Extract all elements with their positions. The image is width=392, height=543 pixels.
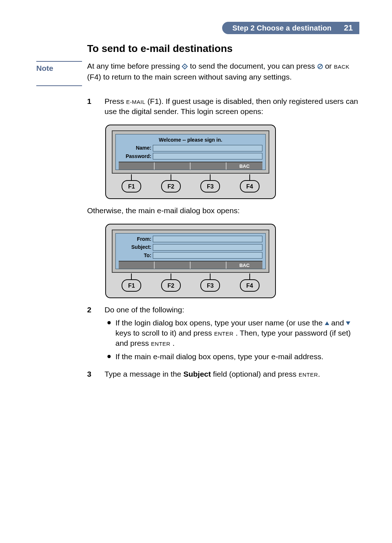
step-text: Press E-Mail (F1). If guest usage is dis… — [105, 96, 359, 116]
note-text: At any time before pressing — [87, 62, 182, 70]
note-text: or — [325, 62, 334, 70]
enter-smallcaps: Enter — [299, 370, 318, 378]
fkey-row: F1 F2 F3 F4 — [112, 279, 269, 292]
step-1: 1 Press E-Mail (F1). If guest usage is d… — [87, 96, 359, 116]
screen-bezel: From: Subject: To: — [112, 230, 269, 273]
name-row: Name: — [119, 145, 262, 151]
login-screen: Welcome -- please sign in. Name: Passwor… — [115, 134, 266, 170]
f2-key[interactable]: F2 — [161, 180, 181, 193]
fkey-label: F2 — [167, 183, 174, 190]
text: and — [331, 319, 346, 327]
email-smallcaps: E-Mail — [126, 97, 146, 105]
from-row: From: — [119, 236, 262, 242]
softkey-slot — [119, 262, 155, 269]
step-text: Type a message in the Subject field (opt… — [105, 369, 359, 379]
f3-key[interactable]: F3 — [200, 180, 220, 193]
enter-smallcaps: Enter — [214, 329, 233, 337]
header-pill: Step 2 Choose a destination 21 — [222, 22, 359, 34]
device-wrap: Welcome -- please sign in. Name: Passwor… — [87, 125, 359, 199]
note-text: to return to the main screen without sav… — [103, 73, 291, 81]
step-number: 3 — [87, 369, 102, 379]
to-field[interactable] — [153, 252, 262, 259]
text: . — [318, 370, 320, 378]
from-field[interactable] — [153, 236, 262, 242]
email-screen: From: Subject: To: — [115, 233, 266, 269]
note-text: (F4) — [87, 73, 101, 81]
note-body: At any time before pressing to send the … — [87, 61, 359, 82]
f4-key[interactable]: F4 — [240, 279, 260, 292]
f1-key[interactable]: F1 — [122, 279, 141, 292]
text: Do one of the following: — [105, 305, 184, 314]
text: If the main e-mail dialog box opens, typ… — [115, 352, 323, 361]
bullet-list: If the login dialog box opens, type your… — [105, 318, 359, 362]
softkey-back: BAC — [226, 262, 262, 269]
enter-smallcaps: Enter — [151, 339, 170, 347]
password-row: Password: — [119, 153, 262, 159]
login-device-panel: Welcome -- please sign in. Name: Passwor… — [105, 125, 276, 199]
from-label: From: — [119, 236, 151, 242]
email-device-panel: From: Subject: To: — [105, 224, 276, 298]
page-number: 21 — [344, 23, 353, 33]
name-label: Name: — [119, 145, 151, 151]
back-smallcaps: Back — [334, 62, 350, 70]
step-2: 2 Do one of the following: If the login … — [87, 305, 359, 365]
page-header: Step 2 Choose a destination 21 — [36, 22, 359, 34]
softkey-slot — [155, 262, 191, 269]
name-field[interactable] — [153, 145, 262, 151]
note-rule-bottom — [36, 85, 82, 86]
bullet-2: If the main e-mail dialog box opens, typ… — [115, 352, 359, 362]
note-label-wrap: Note — [36, 61, 87, 73]
device-wrap: From: Subject: To: — [87, 224, 359, 298]
screen-bezel: Welcome -- please sign in. Name: Passwor… — [112, 130, 269, 174]
numbered-steps: 1 Press E-Mail (F1). If guest usage is d… — [87, 96, 359, 116]
bullet-1: If the login dialog box opens, type your… — [115, 318, 359, 348]
subject-field[interactable] — [153, 244, 262, 251]
text: (F1) — [146, 97, 162, 105]
note-text: to send the document, you can press — [190, 62, 317, 70]
after-login-text: Otherwise, the main e-mail dialog box op… — [87, 206, 359, 216]
up-arrow-icon — [325, 321, 329, 325]
f1-key[interactable]: F1 — [122, 180, 141, 193]
fkey-label: F1 — [128, 183, 135, 190]
text: field (optional) and press — [211, 370, 299, 378]
fkey-label: F2 — [167, 282, 174, 289]
text: Type a message in the — [105, 370, 183, 378]
softkey-bar: BAC — [119, 162, 262, 170]
subject-row: Subject: — [119, 244, 262, 250]
softkey-bar: BAC — [119, 261, 262, 269]
header-step-label: Step 2 Choose a destination — [232, 24, 331, 32]
section-title: To send to e-mail destinations — [87, 43, 359, 54]
page-content: To send to e-mail destinations Note At a… — [36, 43, 359, 383]
fkey-label: F3 — [207, 282, 214, 289]
step-number: 2 — [87, 305, 102, 365]
step-number: 1 — [87, 96, 102, 116]
softkey-slot — [155, 162, 191, 170]
svg-point-0 — [184, 66, 185, 67]
softkey-slot — [119, 162, 155, 170]
fkey-label: F1 — [128, 282, 135, 289]
text: If the login dialog box opens, type your… — [115, 319, 325, 327]
document-page: Step 2 Choose a destination 21 To send t… — [0, 0, 392, 543]
step-3: 3 Type a message in the Subject field (o… — [87, 369, 359, 379]
fkey-label: F4 — [246, 183, 253, 190]
fkey-label: F4 — [246, 282, 253, 289]
f4-key[interactable]: F4 — [240, 180, 260, 193]
password-field[interactable] — [153, 153, 262, 159]
text: . — [172, 339, 175, 347]
fkey-row: F1 F2 F3 F4 — [112, 180, 269, 193]
cancel-slash-icon — [317, 62, 323, 72]
note-rule-bottom-row — [36, 85, 359, 88]
send-diamond-icon — [182, 62, 188, 72]
f3-key[interactable]: F3 — [200, 279, 220, 292]
f2-key[interactable]: F2 — [161, 279, 181, 292]
softkey-slot — [191, 162, 226, 170]
down-arrow-icon — [346, 321, 350, 325]
note-block: Note At any time before pressing to send… — [36, 61, 359, 82]
to-label: To: — [119, 252, 151, 259]
subject-bold: Subject — [183, 370, 211, 378]
welcome-message: Welcome -- please sign in. — [119, 137, 262, 143]
text: keys to scroll to it) and press — [115, 329, 214, 337]
numbered-steps-cont: 2 Do one of the following: If the login … — [87, 305, 359, 379]
subject-label: Subject: — [119, 244, 151, 250]
softkey-slot — [191, 262, 226, 269]
